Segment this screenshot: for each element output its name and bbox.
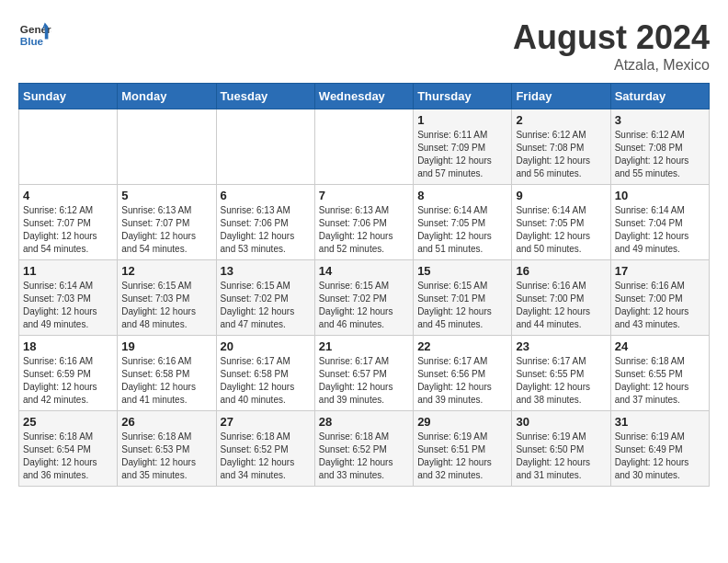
day-info: Sunrise: 6:12 AM Sunset: 7:07 PM Dayligh…	[23, 204, 113, 256]
day-number: 31	[615, 415, 705, 429]
day-number: 20	[221, 339, 311, 353]
month-year: August 2024	[513, 18, 710, 57]
logo-icon: General Blue	[18, 18, 51, 52]
calendar-cell: 14Sunrise: 6:15 AM Sunset: 7:02 PM Dayli…	[314, 260, 413, 336]
calendar-cell: 1Sunrise: 6:11 AM Sunset: 7:09 PM Daylig…	[414, 109, 512, 185]
calendar-cell: 11Sunrise: 6:14 AM Sunset: 7:03 PM Dayli…	[19, 260, 118, 336]
calendar-cell: 28Sunrise: 6:18 AM Sunset: 6:52 PM Dayli…	[314, 411, 413, 487]
calendar-cell: 20Sunrise: 6:17 AM Sunset: 6:58 PM Dayli…	[216, 336, 314, 411]
day-info: Sunrise: 6:19 AM Sunset: 6:49 PM Dayligh…	[615, 431, 705, 482]
svg-text:Blue: Blue	[20, 35, 44, 47]
day-number: 15	[417, 264, 507, 278]
day-number: 28	[319, 415, 409, 429]
calendar-cell	[314, 109, 413, 185]
header-friday: Friday	[512, 84, 610, 109]
day-number: 18	[23, 339, 113, 353]
day-info: Sunrise: 6:12 AM Sunset: 7:08 PM Dayligh…	[516, 129, 606, 180]
day-info: Sunrise: 6:14 AM Sunset: 7:04 PM Dayligh…	[615, 204, 705, 256]
day-number: 3	[615, 113, 705, 127]
title-block: August 2024 Atzala, Mexico	[513, 18, 710, 74]
day-number: 24	[615, 339, 705, 353]
header-wednesday: Wednesday	[314, 84, 413, 109]
calendar-cell: 27Sunrise: 6:18 AM Sunset: 6:52 PM Dayli…	[216, 411, 314, 487]
day-info: Sunrise: 6:13 AM Sunset: 7:07 PM Dayligh…	[121, 204, 211, 256]
calendar-week-5: 25Sunrise: 6:18 AM Sunset: 6:54 PM Dayli…	[19, 411, 710, 487]
calendar-cell: 31Sunrise: 6:19 AM Sunset: 6:49 PM Dayli…	[610, 411, 709, 487]
calendar-cell: 25Sunrise: 6:18 AM Sunset: 6:54 PM Dayli…	[19, 411, 118, 487]
calendar-cell: 17Sunrise: 6:16 AM Sunset: 7:00 PM Dayli…	[610, 260, 709, 336]
day-number: 30	[516, 415, 606, 429]
calendar-week-4: 18Sunrise: 6:16 AM Sunset: 6:59 PM Dayli…	[19, 336, 710, 411]
day-number: 26	[121, 415, 211, 429]
day-number: 1	[417, 113, 507, 127]
calendar-cell: 19Sunrise: 6:16 AM Sunset: 6:58 PM Dayli…	[118, 336, 216, 411]
calendar-cell: 15Sunrise: 6:15 AM Sunset: 7:01 PM Dayli…	[414, 260, 512, 336]
calendar-cell	[118, 109, 216, 185]
day-number: 2	[516, 113, 606, 127]
day-info: Sunrise: 6:18 AM Sunset: 6:54 PM Dayligh…	[23, 431, 113, 482]
day-number: 7	[319, 189, 409, 202]
day-number: 13	[221, 264, 311, 278]
day-info: Sunrise: 6:11 AM Sunset: 7:09 PM Dayligh…	[417, 129, 507, 180]
day-info: Sunrise: 6:16 AM Sunset: 7:00 PM Dayligh…	[615, 280, 705, 331]
header-sunday: Sunday	[19, 84, 118, 109]
calendar-cell: 10Sunrise: 6:14 AM Sunset: 7:04 PM Dayli…	[610, 185, 709, 260]
day-info: Sunrise: 6:13 AM Sunset: 7:06 PM Dayligh…	[221, 204, 311, 256]
calendar-table: SundayMondayTuesdayWednesdayThursdayFrid…	[18, 83, 710, 487]
calendar-cell: 5Sunrise: 6:13 AM Sunset: 7:07 PM Daylig…	[118, 185, 216, 260]
day-number: 17	[615, 264, 705, 278]
day-info: Sunrise: 6:17 AM Sunset: 6:58 PM Dayligh…	[221, 355, 311, 407]
day-info: Sunrise: 6:16 AM Sunset: 7:00 PM Dayligh…	[516, 280, 606, 331]
calendar-cell	[19, 109, 118, 185]
day-number: 4	[23, 189, 113, 202]
calendar-week-1: 1Sunrise: 6:11 AM Sunset: 7:09 PM Daylig…	[19, 109, 710, 185]
day-info: Sunrise: 6:15 AM Sunset: 7:03 PM Dayligh…	[121, 280, 211, 331]
day-number: 27	[221, 415, 311, 429]
calendar-week-2: 4Sunrise: 6:12 AM Sunset: 7:07 PM Daylig…	[19, 185, 710, 260]
calendar-cell: 22Sunrise: 6:17 AM Sunset: 6:56 PM Dayli…	[414, 336, 512, 411]
header-tuesday: Tuesday	[216, 84, 314, 109]
day-info: Sunrise: 6:18 AM Sunset: 6:52 PM Dayligh…	[221, 431, 311, 482]
calendar-cell: 2Sunrise: 6:12 AM Sunset: 7:08 PM Daylig…	[512, 109, 610, 185]
day-number: 14	[319, 264, 409, 278]
day-info: Sunrise: 6:18 AM Sunset: 6:55 PM Dayligh…	[615, 355, 705, 407]
day-info: Sunrise: 6:17 AM Sunset: 6:55 PM Dayligh…	[516, 355, 606, 407]
day-number: 29	[417, 415, 507, 429]
calendar-cell: 16Sunrise: 6:16 AM Sunset: 7:00 PM Dayli…	[512, 260, 610, 336]
calendar-cell: 26Sunrise: 6:18 AM Sunset: 6:53 PM Dayli…	[118, 411, 216, 487]
day-number: 9	[516, 189, 606, 202]
logo: General Blue	[18, 18, 51, 52]
calendar-cell: 29Sunrise: 6:19 AM Sunset: 6:51 PM Dayli…	[414, 411, 512, 487]
calendar-cell: 6Sunrise: 6:13 AM Sunset: 7:06 PM Daylig…	[216, 185, 314, 260]
header-saturday: Saturday	[610, 84, 709, 109]
day-number: 23	[516, 339, 606, 353]
calendar-cell: 13Sunrise: 6:15 AM Sunset: 7:02 PM Dayli…	[216, 260, 314, 336]
header-thursday: Thursday	[414, 84, 512, 109]
day-number: 12	[121, 264, 211, 278]
page-header: General Blue August 2024 Atzala, Mexico	[18, 18, 710, 74]
day-number: 8	[417, 189, 507, 202]
day-number: 10	[615, 189, 705, 202]
day-info: Sunrise: 6:18 AM Sunset: 6:52 PM Dayligh…	[319, 431, 409, 482]
day-info: Sunrise: 6:19 AM Sunset: 6:51 PM Dayligh…	[417, 431, 507, 482]
day-number: 6	[221, 189, 311, 202]
day-info: Sunrise: 6:17 AM Sunset: 6:57 PM Dayligh…	[319, 355, 409, 407]
day-info: Sunrise: 6:15 AM Sunset: 7:02 PM Dayligh…	[221, 280, 311, 331]
header-monday: Monday	[118, 84, 216, 109]
location: Atzala, Mexico	[513, 57, 710, 74]
day-info: Sunrise: 6:16 AM Sunset: 6:59 PM Dayligh…	[23, 355, 113, 407]
calendar-cell: 24Sunrise: 6:18 AM Sunset: 6:55 PM Dayli…	[610, 336, 709, 411]
day-info: Sunrise: 6:18 AM Sunset: 6:53 PM Dayligh…	[121, 431, 211, 482]
day-info: Sunrise: 6:15 AM Sunset: 7:01 PM Dayligh…	[417, 280, 507, 331]
calendar-week-3: 11Sunrise: 6:14 AM Sunset: 7:03 PM Dayli…	[19, 260, 710, 336]
day-info: Sunrise: 6:16 AM Sunset: 6:58 PM Dayligh…	[121, 355, 211, 407]
calendar-cell: 9Sunrise: 6:14 AM Sunset: 7:05 PM Daylig…	[512, 185, 610, 260]
day-info: Sunrise: 6:14 AM Sunset: 7:05 PM Dayligh…	[516, 204, 606, 256]
day-number: 25	[23, 415, 113, 429]
day-number: 11	[23, 264, 113, 278]
calendar-cell: 18Sunrise: 6:16 AM Sunset: 6:59 PM Dayli…	[19, 336, 118, 411]
calendar-cell: 4Sunrise: 6:12 AM Sunset: 7:07 PM Daylig…	[19, 185, 118, 260]
day-info: Sunrise: 6:14 AM Sunset: 7:03 PM Dayligh…	[23, 280, 113, 331]
day-number: 19	[121, 339, 211, 353]
day-info: Sunrise: 6:12 AM Sunset: 7:08 PM Dayligh…	[615, 129, 705, 180]
